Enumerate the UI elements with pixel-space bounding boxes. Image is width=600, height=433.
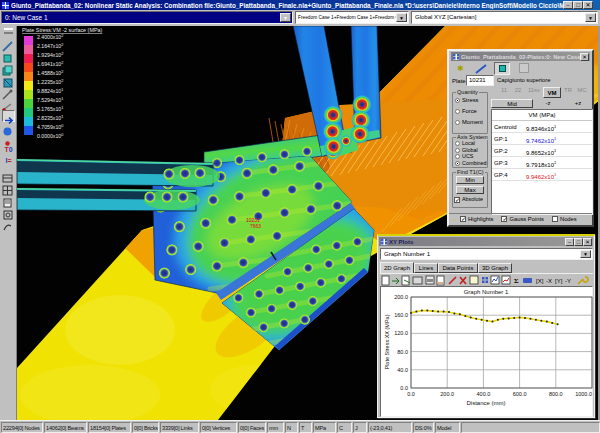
- svg-text:Distance (mm): Distance (mm): [466, 400, 505, 406]
- svg-text:[Y]: [Y]: [555, 278, 563, 284]
- svg-text:200.0: 200.0: [394, 294, 408, 300]
- svg-text:4.7059x100: 4.7059x100: [37, 124, 63, 130]
- svg-text:9.8824x101: 9.8824x101: [37, 88, 63, 94]
- svg-text:Σ: Σ: [514, 277, 519, 285]
- svg-text:1.9294x102: 1.9294x102: [37, 52, 63, 58]
- svg-text:1.4588x102: 1.4588x102: [37, 70, 63, 76]
- svg-text:400.0: 400.0: [477, 391, 491, 397]
- svg-text:40.0: 40.0: [397, 367, 408, 373]
- svg-text:7.5294x101: 7.5294x101: [37, 97, 63, 103]
- svg-text:-X: -X: [546, 278, 552, 284]
- svg-text:160.0: 160.0: [394, 312, 408, 318]
- svg-text:7663: 7663: [250, 223, 261, 229]
- svg-text:Graph Number 1: Graph Number 1: [464, 289, 509, 295]
- svg-text:1.2235x102: 1.2235x102: [37, 79, 63, 85]
- svg-text:2.8235x101: 2.8235x101: [37, 115, 63, 121]
- svg-text:80.0: 80.0: [397, 349, 408, 355]
- svg-text:2.4000x102: 2.4000x102: [37, 34, 63, 40]
- svg-text:120.0: 120.0: [394, 330, 408, 336]
- svg-text:5.1765x101: 5.1765x101: [37, 106, 63, 112]
- svg-text:-Y: -Y: [565, 278, 571, 284]
- svg-text:0.0: 0.0: [407, 391, 415, 397]
- svg-text:1.6941x102: 1.6941x102: [37, 61, 63, 67]
- svg-text:[X]: [X]: [536, 278, 544, 284]
- svg-text:1000.0: 1000.0: [575, 391, 592, 397]
- svg-text:2.1647x102: 2.1647x102: [37, 43, 63, 49]
- svg-text:200.0: 200.0: [440, 391, 454, 397]
- svg-text:600.0: 600.0: [513, 391, 527, 397]
- svg-text:Plate Stress:XX (MPa): Plate Stress:XX (MPa): [384, 314, 390, 369]
- svg-text:800.0: 800.0: [549, 391, 563, 397]
- svg-text:Plate Stress:VM -2 surface (MP: Plate Stress:VM -2 surface (MPa): [22, 27, 102, 33]
- svg-text:0.0000x100: 0.0000x100: [37, 133, 63, 139]
